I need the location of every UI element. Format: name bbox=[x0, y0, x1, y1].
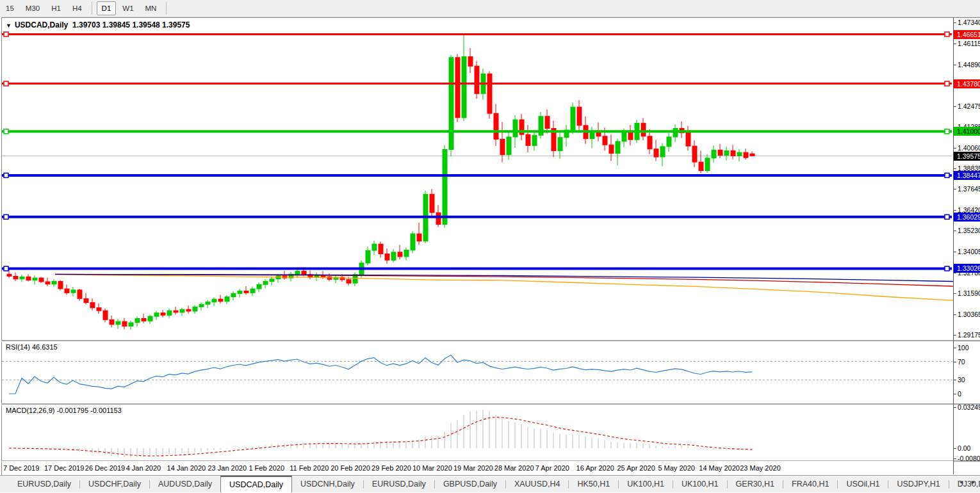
axis-tick bbox=[954, 448, 956, 449]
axis-tick bbox=[954, 314, 956, 315]
price-tick-label: 0.032493 bbox=[958, 403, 980, 411]
axis-tick bbox=[954, 458, 956, 459]
chart-symbol-label: USDCAD,Daily bbox=[15, 20, 68, 29]
trading-terminal-window: 15M30H1H4D1W1MN ▼USDCAD,Daily 1.39703 1.… bbox=[0, 0, 980, 493]
price-tick-label: 1.29175 bbox=[958, 331, 980, 339]
time-axis[interactable]: 7 Dec 201917 Dec 201926 Dec 20194 Jan 20… bbox=[2, 461, 953, 474]
tab-scroll-right-button[interactable]: ► bbox=[970, 479, 976, 485]
axis-tick bbox=[954, 394, 956, 394]
tab-scroll-left-button[interactable]: ◄ bbox=[958, 479, 964, 485]
tab-ger30-h1[interactable]: GER30,H1 bbox=[728, 476, 783, 492]
date-label: 17 Dec 2019 bbox=[44, 464, 84, 472]
price-tick-label: 30 bbox=[958, 376, 965, 384]
timeframe-toolbar: 15M30H1H4D1W1MN bbox=[0, 0, 980, 17]
price-tick-label: 1.47340 bbox=[958, 19, 980, 26]
price-line-label: 1.38447 bbox=[954, 171, 980, 180]
timeframe-button-d1[interactable]: D1 bbox=[97, 1, 117, 15]
price-line-label: 1.41000 bbox=[954, 127, 980, 136]
timeframe-button-h1[interactable]: H1 bbox=[46, 1, 66, 15]
tab-usdchf-daily[interactable]: USDCHF,Daily bbox=[80, 476, 149, 492]
price-line-label: 1.39575 bbox=[954, 152, 980, 161]
price-tick-label: -0.00808 bbox=[958, 455, 980, 462]
macd-indicator-pane[interactable] bbox=[2, 405, 953, 460]
tab-usdjpy-h1[interactable]: USDJPY,H1 bbox=[888, 476, 948, 492]
axis-tick bbox=[954, 252, 956, 252]
tab-uk100-h1[interactable]: UK100,H1 bbox=[673, 476, 727, 492]
price-tick-label: 1.30365 bbox=[958, 311, 980, 318]
toolbar-separator bbox=[92, 2, 92, 15]
tab-usdcnh-daily[interactable]: USDCNH,Daily bbox=[292, 476, 363, 492]
price-tick-label: 1.46115 bbox=[958, 40, 980, 47]
date-label: 14 May 2020 bbox=[699, 464, 740, 472]
tab-eurusd-daily[interactable]: EURUSD,Daily bbox=[9, 476, 79, 492]
date-label: 7 Apr 2020 bbox=[535, 464, 569, 472]
price-tick-label: 1.35230 bbox=[958, 227, 980, 234]
price-tick-label: 1.44890 bbox=[958, 61, 980, 69]
macd-label: MACD(12,26,9) -0.001795 -0.001153 bbox=[6, 407, 122, 414]
rsi-indicator-pane[interactable] bbox=[2, 341, 953, 403]
tab-gbpusd-daily[interactable]: GBPUSD,Daily bbox=[435, 476, 505, 492]
axis-tick bbox=[954, 168, 956, 169]
rsi-chart-canvas[interactable] bbox=[2, 341, 953, 403]
axis-tick bbox=[954, 44, 956, 44]
price-chart-pane[interactable] bbox=[2, 18, 953, 340]
date-label: 19 Mar 2020 bbox=[453, 464, 493, 472]
axis-tick bbox=[954, 407, 956, 408]
axis-tick bbox=[954, 362, 956, 362]
axis-tick bbox=[954, 380, 956, 380]
price-line-label: 1.46651 bbox=[954, 30, 980, 39]
date-label: 25 Apr 2020 bbox=[617, 464, 655, 472]
tab-uk100-h1[interactable]: UK100,H1 bbox=[619, 476, 673, 492]
timeframe-button-mn[interactable]: MN bbox=[140, 1, 162, 15]
axis-tick bbox=[954, 148, 956, 149]
timeframe-button-m30[interactable]: M30 bbox=[20, 1, 45, 15]
date-label: 7 Dec 2019 bbox=[3, 464, 39, 472]
timeframe-button-15[interactable]: 15 bbox=[1, 1, 19, 15]
date-label: 23 May 2020 bbox=[740, 464, 781, 472]
date-label: 14 Jan 2020 bbox=[167, 464, 206, 472]
price-tick-label: 1.40060 bbox=[958, 144, 980, 152]
price-tick-label: 1.34005 bbox=[958, 248, 980, 255]
price-tick-label: 1.31590 bbox=[958, 289, 980, 297]
price-tick-label: 0 bbox=[958, 390, 961, 398]
price-tick-label: 1.37645 bbox=[958, 185, 980, 193]
timeframe-button-h4[interactable]: H4 bbox=[67, 1, 87, 15]
tab-usdcad-daily[interactable]: USDCAD,Daily bbox=[220, 476, 292, 492]
chart-ohlc-values: 1.39703 1.39845 1.39548 1.39575 bbox=[72, 20, 190, 29]
tab-eurusd-daily[interactable]: EURUSD,Daily bbox=[364, 476, 434, 492]
price-tick-label: 1.42475 bbox=[958, 102, 980, 110]
date-label: 16 Apr 2020 bbox=[576, 464, 614, 472]
tab-audusd-daily[interactable]: AUDUSD,Daily bbox=[150, 476, 220, 492]
tab-fra40-h1[interactable]: FRA40,H1 bbox=[783, 476, 837, 492]
symbol-dropdown-arrow-icon[interactable]: ▼ bbox=[6, 22, 12, 29]
date-label: 11 Feb 2020 bbox=[290, 464, 329, 472]
axis-tick bbox=[954, 348, 956, 348]
axis-tick bbox=[954, 230, 956, 231]
tab-usoil-h1[interactable]: USOil,H1 bbox=[838, 476, 888, 492]
date-label: 26 Dec 2019 bbox=[85, 464, 125, 472]
chart-title: ▼USDCAD,Daily 1.39703 1.39845 1.39548 1.… bbox=[6, 20, 190, 29]
price-tick-label: 70 bbox=[958, 358, 965, 366]
date-label: 4 Jan 2020 bbox=[126, 464, 161, 472]
toolbar-separator bbox=[166, 2, 167, 15]
price-line-label: 1.36029 bbox=[954, 213, 980, 222]
date-label: 5 May 2020 bbox=[658, 464, 694, 472]
candlestick-chart-canvas[interactable] bbox=[2, 18, 953, 340]
date-label: 29 Feb 2020 bbox=[372, 464, 411, 472]
price-tick-label: 0.00 bbox=[958, 444, 970, 452]
axis-tick bbox=[954, 22, 956, 23]
date-label: 1 Feb 2020 bbox=[249, 464, 284, 472]
price-line-label: 1.33026 bbox=[954, 264, 980, 273]
macd-chart-canvas[interactable] bbox=[2, 405, 953, 460]
timeframe-button-w1[interactable]: W1 bbox=[117, 1, 138, 15]
rsi-label: RSI(14) 46.6315 bbox=[6, 343, 58, 351]
tab-hk50-h1[interactable]: HK50,H1 bbox=[569, 476, 618, 492]
price-line-label: 1.43780 bbox=[954, 79, 980, 88]
tab-xauusd-h4[interactable]: XAUUSD,H4 bbox=[506, 476, 569, 492]
axis-tick bbox=[954, 293, 956, 294]
date-label: 20 Feb 2020 bbox=[331, 464, 370, 472]
chart-tab-bar: EURUSD,DailyUSDCHF,DailyAUDUSD,DailyUSDC… bbox=[0, 475, 980, 492]
axis-tick bbox=[954, 210, 956, 211]
date-label: 23 Jan 2020 bbox=[208, 464, 247, 472]
date-label: 10 Mar 2020 bbox=[412, 464, 452, 472]
